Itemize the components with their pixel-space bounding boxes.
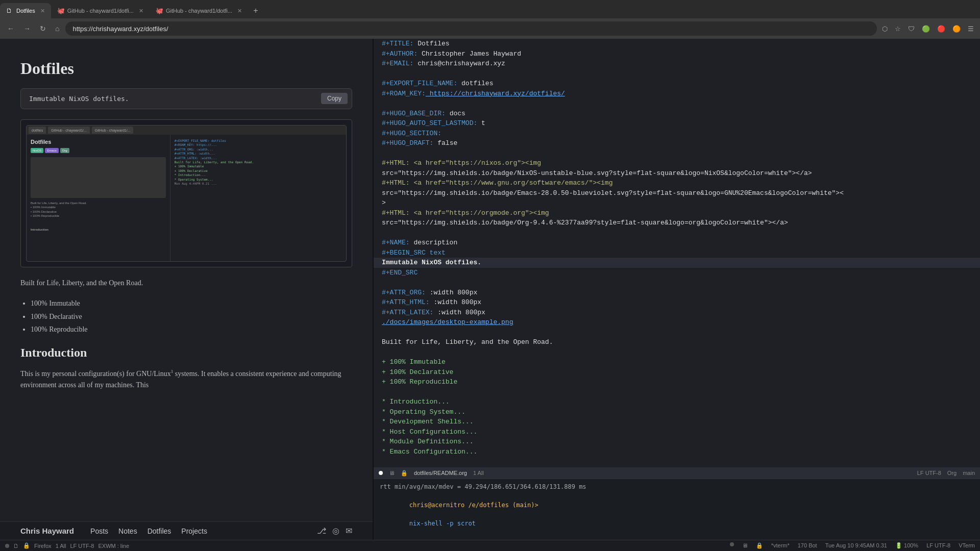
- copy-button[interactable]: Copy: [321, 93, 348, 104]
- terminal-nix-cmd: nix-shell -p scrot: [409, 520, 476, 527]
- editor-line-20: #+NAME: description: [374, 238, 980, 248]
- code-text: Immutable NixOS dotfiles.: [29, 95, 129, 103]
- footer-nav-dotfiles[interactable]: Dotfiles: [148, 527, 172, 535]
- mini-badge-nixos: NixOS: [31, 148, 43, 153]
- footer-nav-posts[interactable]: Posts: [90, 527, 108, 535]
- mini-text-build: Built for Life, Liberty, and the Open Ro…: [31, 201, 166, 205]
- status-mode: Org: [947, 470, 957, 476]
- status-battery: 🔋 100%: [895, 542, 918, 549]
- editor-line-33: + 100% Declarative: [374, 367, 980, 378]
- editor-line-31: [374, 347, 980, 358]
- status-vterm-label: VTerm: [959, 542, 975, 549]
- editor-line-37: * Operating System...: [374, 407, 980, 417]
- mini-tabs: dotfiles GitHub - chayward1/... GitHub -…: [27, 126, 346, 135]
- status-dot-left: [5, 544, 9, 548]
- editor-line-35: [374, 387, 980, 397]
- status-terminal-icon: 🖥: [742, 542, 748, 549]
- tab-label-github1: GitHub - chayward1/dotfi...: [67, 8, 134, 14]
- footer-nav-projects[interactable]: Projects: [181, 527, 207, 535]
- mini-tab-3: GitHub - chayward1/...: [92, 127, 134, 134]
- status-lock-icon: 🔒: [23, 542, 30, 549]
- footer-nav-notes[interactable]: Notes: [118, 527, 137, 535]
- share-icon[interactable]: ⬡: [880, 24, 890, 34]
- editor-pane: #+TITLE: Dotfiles#+AUTHOR: Christopher J…: [373, 39, 980, 540]
- code-block: Immutable NixOS dotfiles. Copy: [20, 88, 352, 109]
- bookmark-icon[interactable]: ☆: [893, 24, 903, 34]
- mini-content: Dotfiles NixOS Emacs Org Built for Life,…: [27, 135, 346, 261]
- tab-close-github1[interactable]: ✕: [139, 8, 143, 14]
- extension2-icon[interactable]: 🟢: [920, 24, 932, 34]
- extension1-icon[interactable]: 🛡: [906, 24, 917, 34]
- editor-status-bar: 🖥 🔒 dotfiles/README.org 1 All LF UTF-8 O…: [374, 467, 980, 479]
- mini-screenshot: [31, 157, 166, 198]
- status-lock: 🔒: [401, 470, 408, 477]
- editor-line-21: #+BEGIN_SRC text: [374, 248, 980, 258]
- home-button[interactable]: ⌂: [52, 22, 62, 35]
- global-status-bar: 🗋 🔒 Firefox 1 All LF UTF-8 EXWM : line 🖥…: [0, 540, 980, 551]
- tab-close-github2[interactable]: ✕: [237, 8, 242, 14]
- terminal-rtt: rtt min/avg/max/mdev = 49.294/186.651/36…: [380, 482, 974, 491]
- nav-icons: ⬡ ☆ 🛡 🟢 🔴 🟠 ☰: [880, 24, 976, 34]
- status-left: 🗋 🔒 Firefox 1 All LF UTF-8 EXWM : line: [5, 542, 129, 549]
- page-title: Dotfiles: [20, 59, 352, 78]
- tab-github2[interactable]: 🐙 GitHub - chayward1/dotfi... ✕: [150, 3, 248, 18]
- editor-line-3: [374, 69, 980, 79]
- terminal-prompt: chris@acernitro /e/dotfiles (main)> nix-…: [380, 491, 974, 537]
- list-item-reproducible: 100% Reproducible: [31, 323, 352, 336]
- screenshot-image: dotfiles GitHub - chayward1/... GitHub -…: [20, 119, 352, 267]
- status-dot-right: [730, 542, 734, 546]
- tab-close-dotfiles[interactable]: ✕: [40, 8, 45, 14]
- editor-line-15: src="https://img.shields.io/badge/Emacs-…: [374, 188, 980, 198]
- status-term-lock: 🔒: [756, 542, 763, 549]
- editor-line-41: * Emacs Configuration...: [374, 447, 980, 457]
- mini-badge-org: Org: [60, 148, 69, 153]
- menu-icon[interactable]: ☰: [966, 24, 976, 34]
- new-tab-button[interactable]: +: [248, 3, 263, 18]
- status-right: 🖥 🔒 *vterm* 170 Bot Tue Aug 10 9:45AM 0.…: [730, 542, 975, 549]
- editor-line-1: #+AUTHOR: Christopher James Hayward: [374, 49, 980, 59]
- editor-line-25: #+ATTR_ORG: :width 800px: [374, 288, 980, 298]
- rss-icon[interactable]: ◎: [332, 526, 339, 536]
- address-bar[interactable]: [65, 21, 877, 36]
- status-linecount: 1 All: [473, 470, 484, 476]
- status-icon: 🖥: [389, 470, 395, 476]
- main-area: Dotfiles Immutable NixOS dotfiles. Copy …: [0, 39, 980, 540]
- footer-nav: Posts Notes Dotfiles Projects: [90, 527, 207, 535]
- extension3-icon[interactable]: 🔴: [935, 24, 947, 34]
- status-exwm-mode: EXWM : line: [98, 543, 129, 549]
- editor-line-7: #+HUGO_BASE_DIR: docs: [374, 109, 980, 119]
- tab-github1[interactable]: 🐙 GitHub - chayward1/dotfi... ✕: [51, 3, 150, 18]
- editor-line-18: src="https://img.shields.io/badge/Org-9.…: [374, 218, 980, 228]
- editor-line-13: src="https://img.shields.io/badge/NixOS-…: [374, 168, 980, 179]
- extension4-icon[interactable]: 🟠: [950, 24, 963, 34]
- status-file-icon: 🗋: [13, 543, 19, 549]
- tab-dotfiles[interactable]: 🗋 Dotfiles ✕: [0, 3, 51, 18]
- terminal-path: chris@acernitro /e/dotfiles (main)>: [409, 502, 538, 509]
- list-item-immutable: 100% Immutable: [31, 297, 352, 310]
- editor-line-5: #+ROAM_KEY: https://chrishayward.xyz/dot…: [374, 89, 980, 99]
- editor-line-38: * Development Shells...: [374, 417, 980, 427]
- editor-line-16: >: [374, 198, 980, 208]
- editor-line-22: Immutable NixOS dotfiles.: [374, 258, 980, 268]
- mini-tab-1: dotfiles: [29, 127, 46, 134]
- forward-button[interactable]: →: [20, 22, 34, 35]
- terminal-cmd: [409, 511, 413, 518]
- back-button[interactable]: ←: [4, 22, 17, 35]
- reload-button[interactable]: ↻: [37, 22, 49, 35]
- mini-text-list: • 100% Immutable• 100% Declarative• 100%…: [31, 205, 166, 218]
- github-icon[interactable]: ⎇: [317, 526, 326, 536]
- editor-line-2: #+EMAIL: chris@chrishayward.xyz: [374, 59, 980, 69]
- tab-favicon-dotfiles: 🗋: [6, 7, 13, 14]
- web-body-text: Built for Life, Liberty, and the Open Ro…: [20, 278, 352, 289]
- tab-label-dotfiles: Dotfiles: [16, 8, 35, 14]
- intro-heading: Introduction: [20, 346, 352, 360]
- editor-line-30: Built for Life, Liberty, and the Open Ro…: [374, 337, 980, 347]
- status-active-dot: [379, 471, 383, 475]
- browser-chrome: 🗋 Dotfiles ✕ 🐙 GitHub - chayward1/dotfi.…: [0, 0, 980, 39]
- editor-line-28: ./docs/images/desktop-example.png: [374, 317, 980, 328]
- status-datetime: Tue Aug 10 9:45AM 0.31: [825, 542, 887, 549]
- status-term-encoding: LF UTF-8: [926, 542, 950, 549]
- status-encoding: LF UTF-8: [917, 470, 941, 476]
- mini-left: Dotfiles NixOS Emacs Org Built for Life,…: [27, 135, 170, 261]
- email-icon[interactable]: ✉: [346, 526, 352, 536]
